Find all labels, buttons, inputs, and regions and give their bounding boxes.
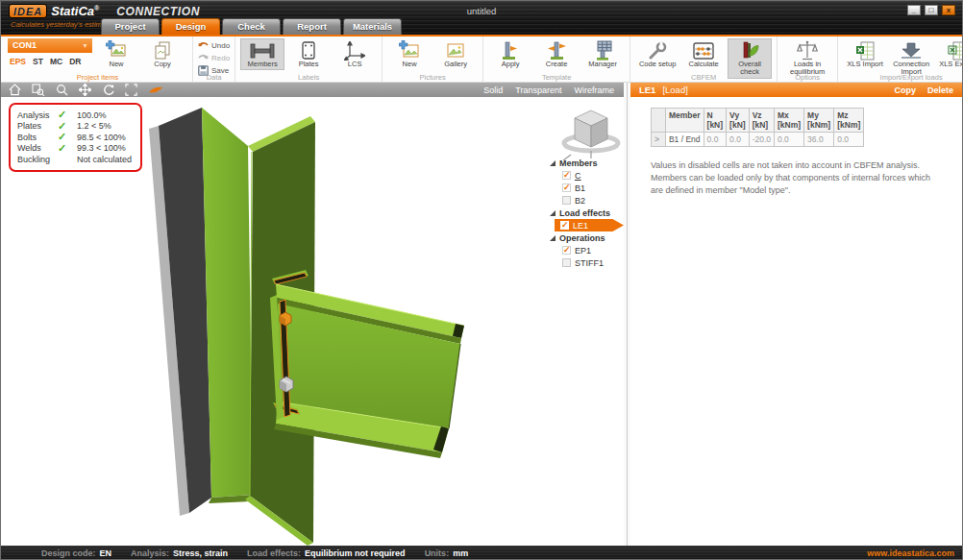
expander-icon[interactable] [550, 235, 556, 241]
xls-import-button[interactable]: XLS Import [843, 38, 887, 70]
copy-load-button[interactable]: Copy [894, 85, 916, 95]
tab-design[interactable]: Design [161, 18, 220, 35]
expander-icon[interactable] [550, 210, 556, 216]
tree-item-b2[interactable]: B2 [547, 194, 624, 207]
status-row-value: 100.0% [77, 110, 107, 120]
status-bar: Design code:ENAnalysis:Stress, strainLoa… [1, 546, 962, 560]
close-button[interactable]: x [942, 5, 955, 15]
value-cell[interactable]: 0.0 [704, 133, 727, 147]
bolt-bottom[interactable] [280, 377, 293, 392]
tab-materials[interactable]: Materials [343, 18, 402, 35]
ribbon-group-options: Loads in equilibrium Options [778, 37, 838, 82]
tree-item-label: C [575, 171, 581, 181]
pan-icon[interactable] [79, 84, 91, 96]
tree-section-members[interactable]: Members [547, 157, 624, 169]
tree-section-load-effects[interactable]: Load effects [547, 207, 624, 219]
home-icon[interactable] [9, 84, 21, 96]
checkbox-unchecked-icon[interactable] [562, 258, 571, 267]
app-window: IDEA StatiCa® CONNECTION Calculates yest… [0, 0, 963, 560]
checkbox-checked-icon[interactable]: ✓ [560, 221, 569, 230]
connection-selector[interactable]: CON1▼ [8, 38, 92, 53]
view-mode-wireframe[interactable]: Wireframe [574, 85, 614, 95]
checkbox-unchecked-icon[interactable] [562, 196, 571, 205]
tab-project[interactable]: Project [101, 18, 160, 35]
mode-mc[interactable]: MC [50, 57, 62, 66]
picture-new-button[interactable]: New [387, 38, 432, 70]
tree-section-label: Load effects [559, 208, 610, 218]
view-mode-transparent[interactable]: Transparent [515, 85, 561, 95]
tree-item-le1[interactable]: ✓LE1 [555, 219, 624, 231]
selected-item-type: [Load] [662, 85, 687, 95]
status-row-buckling: BucklingNot calculated [17, 154, 132, 165]
tree-item-label: B1 [575, 183, 585, 193]
rotate-icon[interactable] [102, 84, 114, 96]
template-apply-button[interactable]: Apply [488, 38, 532, 70]
checkbox-checked-icon[interactable]: ✓ [562, 183, 571, 192]
status-row-label: Bolts [17, 133, 58, 142]
zoom-region-icon[interactable] [32, 84, 45, 96]
checkbox-checked-icon[interactable]: ✓ [562, 246, 571, 255]
template-create-button[interactable]: Create [534, 38, 579, 70]
xls-export-button[interactable]: XLS Export [935, 38, 963, 70]
fit-view-icon[interactable] [125, 84, 137, 96]
value-cell[interactable]: 0.0 [834, 133, 864, 147]
copy-project-item-button[interactable]: Copy [140, 38, 185, 70]
new-project-item-button[interactable]: New [94, 38, 138, 70]
idea-logo-text: IDEA [13, 6, 42, 17]
minimize-button[interactable]: _ [907, 5, 921, 15]
title-bar: IDEA StatiCa® CONNECTION Calculates yest… [1, 1, 962, 35]
value-cell[interactable]: 36.0 [804, 133, 834, 147]
picture-gallery-button[interactable]: Gallery [433, 38, 478, 70]
checkbox-checked-icon[interactable]: ✓ [562, 171, 571, 180]
load-table-row[interactable]: >B1 / End0.00.0-20.00.036.00.0 [651, 133, 863, 147]
calculate-button[interactable]: Calculate [681, 38, 726, 70]
zoom-icon[interactable] [56, 84, 68, 96]
tab-report[interactable]: Report [283, 18, 341, 35]
mode-dr[interactable]: DR [69, 57, 81, 66]
tree-item-ep1[interactable]: ✓EP1 [547, 244, 624, 256]
value-cell[interactable]: 0.0 [775, 133, 804, 147]
labels-lcs-button[interactable]: LCS [333, 38, 377, 70]
mode-row: EPSSTMCDR [8, 57, 92, 66]
gallery-icon [445, 40, 466, 61]
table-corner-cell [651, 109, 665, 133]
mode-st[interactable]: ST [33, 57, 43, 66]
tree-item-b1[interactable]: ✓B1 [547, 182, 624, 194]
mode-eps[interactable]: EPS [10, 57, 26, 66]
ribbon-group-import-export: XLS Import Connection Import XLS Export … [838, 37, 963, 82]
tab-check[interactable]: Check [222, 18, 281, 35]
website-link[interactable]: www.ideastatica.com [867, 548, 962, 558]
undo-button[interactable]: Undo [198, 39, 230, 51]
ribbon-group-pictures: New Gallery Pictures [383, 37, 483, 82]
table-header-member: Member [665, 109, 704, 133]
value-cell[interactable]: -20.0 [749, 133, 774, 147]
code-setup-button[interactable]: Code setup [635, 38, 679, 70]
selected-item-title: LE1 [639, 85, 655, 95]
xls-file-icon [948, 40, 963, 61]
template-manager-button[interactable]: Manager [580, 38, 625, 70]
value-cell[interactable]: 0.0 [727, 133, 750, 147]
view-mode-solid[interactable]: Solid [483, 85, 503, 95]
labels-plates-button[interactable]: Plates [286, 38, 331, 70]
window-controls: _ □ x [907, 5, 955, 15]
labels-members-button[interactable]: Members [240, 38, 284, 70]
paint-brush-icon[interactable] [148, 85, 163, 95]
ribbon-group-labels: Members Plates LCS Labels [235, 37, 383, 82]
tree-item-c[interactable]: ✓C [547, 169, 624, 182]
statusbar-item-load-effects-: Load effects:Equilibrium not required [247, 548, 406, 558]
statusbar-item-analysis-: Analysis:Stress, strain [131, 548, 228, 558]
load-table-header-row: MemberN[kN]Vy[kN]Vz[kN]Mx[kNm]My[kNm]Mz[… [651, 109, 863, 133]
3d-viewport[interactable]: Analysis✓100.0%Plates✓1.2 < 5%Bolts✓98.5… [1, 97, 624, 546]
delete-load-button[interactable]: Delete [927, 85, 953, 95]
redo-button[interactable]: Redo [198, 52, 230, 63]
template-apply-icon [500, 40, 521, 61]
navigation-cube[interactable] [563, 110, 618, 160]
expander-icon[interactable] [550, 160, 556, 166]
panel-splitter[interactable] [624, 83, 630, 546]
maximize-button[interactable]: □ [925, 5, 938, 15]
ribbon: CON1▼ EPSSTMCDR New Copy Project items [1, 37, 962, 83]
bolt-top[interactable] [280, 312, 291, 326]
ribbon-tabs: ProjectDesignCheckReportMaterials [101, 18, 402, 35]
tree-item-stiff1[interactable]: STIFF1 [547, 256, 624, 269]
tree-section-operations[interactable]: Operations [547, 231, 624, 244]
